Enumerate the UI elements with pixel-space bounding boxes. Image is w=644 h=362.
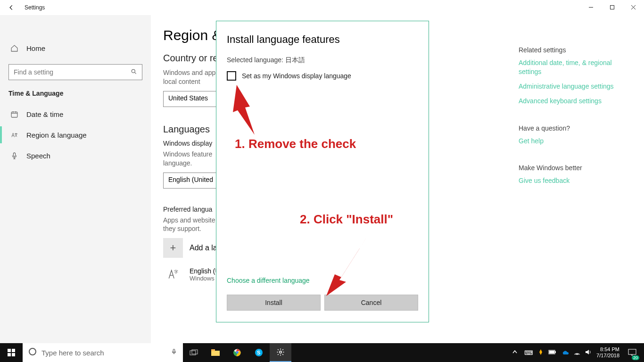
choose-different-language-link[interactable]: Choose a different language [227,277,310,284]
tray-battery-icon[interactable] [548,349,557,356]
taskbar-time: 8:54 PM [596,346,619,353]
svg-marker-13 [326,236,368,296]
sidebar-item-datetime[interactable]: Date & time [0,104,151,124]
svg-point-28 [280,351,282,354]
sidebar-item-speech[interactable]: Speech [0,145,151,166]
taskbar-date: 7/17/2018 [596,353,619,359]
settings-window: Settings Home Time & Language [0,0,644,343]
svg-rect-10 [13,153,15,156]
better-heading: Make Windows better [519,164,632,172]
tray-network-icon[interactable] [574,349,580,356]
chrome-icon[interactable] [226,343,248,362]
language-character-icon: 字 [163,264,183,284]
taskbar-search[interactable]: Type here to search [23,343,183,362]
tray-volume-icon[interactable] [585,349,592,356]
notification-badge: 20 [632,355,639,360]
svg-rect-6 [11,112,17,117]
clock-icon [9,110,19,118]
taskview-icon[interactable] [183,343,205,362]
annotation-text-2: 2. Click "Install" [300,212,393,227]
svg-rect-16 [8,353,11,356]
skype-icon[interactable]: S [248,343,270,362]
svg-rect-14 [8,349,11,352]
search-icon [131,68,137,76]
sidebar-home-label: Home [26,44,45,52]
svg-rect-31 [549,351,554,354]
svg-text:S: S [257,350,260,355]
link-get-help[interactable]: Get help [519,137,632,146]
cortana-icon [28,347,37,358]
settings-sidebar: Home Time & Language Date & time Region [0,15,151,343]
minimize-button[interactable] [580,0,602,14]
svg-line-5 [134,72,136,74]
svg-rect-22 [211,351,220,356]
window-title: Settings [25,4,45,11]
taskbar-search-placeholder: Type here to search [41,349,104,357]
link-feedback[interactable]: Give us feedback [519,176,632,185]
related-settings-panel: Related settings Additional date, time, … [519,46,632,204]
svg-point-18 [29,348,36,355]
sidebar-item-label: Speech [26,152,50,160]
install-button[interactable]: Install [227,295,321,311]
globe-language-icon [9,131,19,139]
svg-point-32 [577,354,578,355]
set-display-language-label: Set as my Windows display language [242,72,351,80]
close-button[interactable] [623,0,644,14]
microphone-icon [9,152,19,160]
titlebar: Settings [0,0,644,15]
taskbar-apps: S [183,343,291,362]
action-center-icon[interactable]: 20 [624,343,640,362]
svg-rect-21 [192,350,198,354]
maximize-button[interactable] [602,0,623,14]
language-name: English (U [190,267,220,275]
tray-app-icon[interactable] [538,349,544,356]
svg-rect-1 [611,5,614,9]
svg-rect-15 [12,349,15,352]
tray-onedrive-icon[interactable] [561,350,569,356]
selected-language-label: Selected language: 日本語 [227,56,418,65]
sidebar-item-label: Region & language [26,131,87,139]
set-display-language-checkbox[interactable] [227,71,236,81]
sidebar-item-region[interactable]: Region & language [0,124,151,145]
svg-rect-20 [190,351,196,355]
taskbar-clock[interactable]: 8:54 PM 7/17/2018 [596,346,619,358]
language-subtitle: Windows [190,275,220,282]
svg-point-4 [132,69,135,73]
sidebar-group-title: Time & Language [0,89,151,104]
settings-search[interactable] [8,64,142,80]
home-icon [9,44,19,52]
svg-rect-30 [555,351,556,353]
plus-tile-icon: + [163,238,183,258]
start-button[interactable] [0,343,23,362]
annotation-arrow-2 [321,233,377,301]
question-heading: Have a question? [519,124,632,132]
link-additional-settings[interactable]: Additional date, time, & regional settin… [519,58,632,76]
svg-rect-33 [628,349,636,354]
window-controls [580,0,644,14]
svg-text:字: 字 [174,270,178,274]
tray-ime-icon[interactable]: ⌨ [524,349,533,356]
link-keyboard-settings[interactable]: Advanced keyboard settings [519,97,632,106]
sidebar-item-label: Date & time [26,110,63,118]
svg-rect-23 [211,349,215,351]
search-input[interactable] [14,68,108,76]
annotation-arrow-1 [231,83,269,141]
svg-rect-17 [12,353,15,356]
system-tray: ⌨ 8:54 PM 7/17/2018 20 [510,343,644,362]
svg-marker-12 [233,85,255,135]
mic-icon[interactable] [171,348,177,357]
related-settings-heading: Related settings [519,46,632,54]
taskbar: Type here to search S ⌨ 8:54 PM 7/17/201… [0,343,644,362]
link-administrative-settings[interactable]: Administrative language settings [519,82,632,91]
sidebar-home[interactable]: Home [0,39,151,58]
annotation-text-1: 1. Remove the check [235,137,356,151]
svg-rect-19 [173,349,175,352]
file-explorer-icon[interactable] [205,343,226,362]
dialog-title: Install language features [227,33,418,46]
back-button[interactable] [0,0,23,15]
settings-taskbar-icon[interactable] [270,343,291,362]
tray-overflow-icon[interactable] [510,350,520,355]
